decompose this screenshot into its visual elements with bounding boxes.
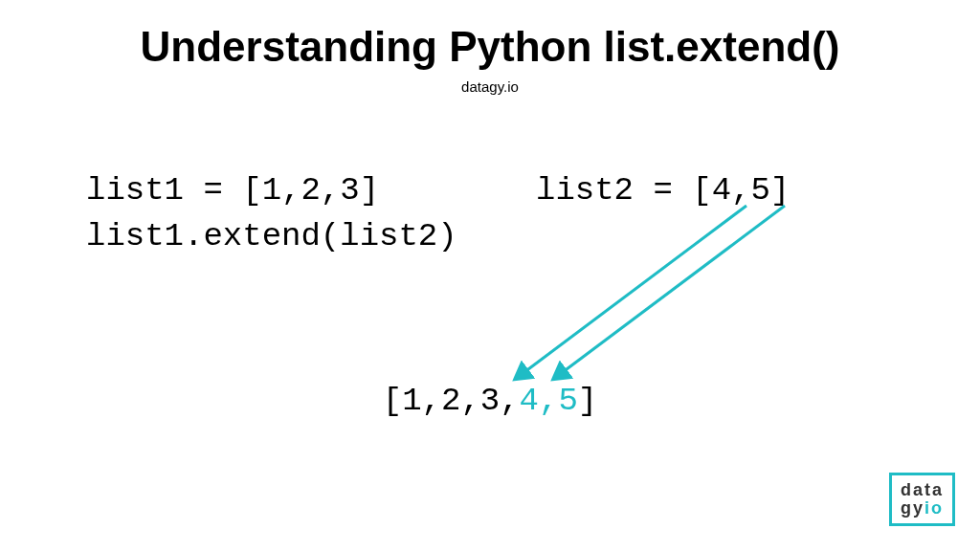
arrow-to-4 [517, 206, 746, 378]
code-list1-assign: list1 = [1,2,3] [86, 172, 379, 209]
code-list2-assign: list2 = [4,5] [536, 172, 790, 209]
result-prefix: [1,2,3, [383, 383, 520, 419]
page-title: Understanding Python list.extend() [0, 23, 980, 71]
result-suffix: ] [578, 383, 597, 419]
logo-line1: data [901, 481, 944, 499]
subtitle: datagy.io [0, 78, 980, 95]
result-list: [1,2,3,4,5] [0, 383, 980, 419]
result-highlight: 4,5 [520, 383, 578, 419]
code-extend-call: list1.extend(list2) [86, 218, 457, 254]
logo: data gyio [889, 473, 955, 526]
logo-line2: gyio [901, 499, 944, 518]
arrow-to-5 [555, 206, 785, 378]
